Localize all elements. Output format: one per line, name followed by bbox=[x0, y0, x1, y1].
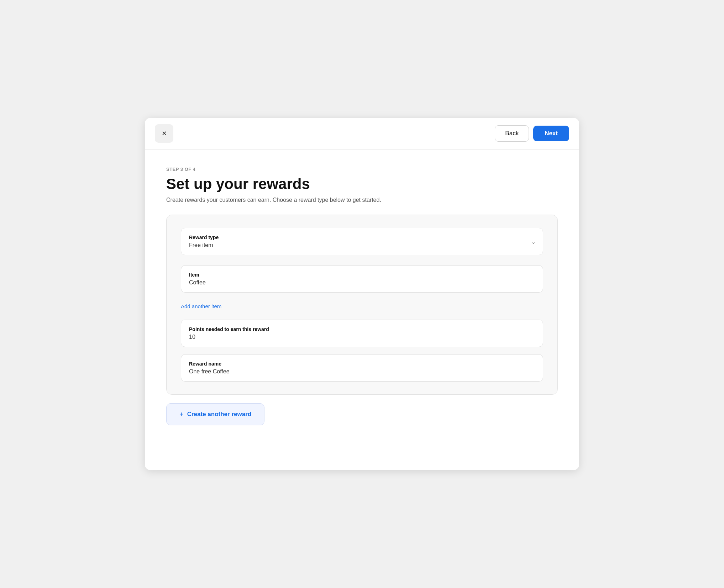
create-another-reward-button[interactable]: + Create another reward bbox=[166, 403, 264, 425]
reward-name-value: One free Coffee bbox=[189, 368, 535, 375]
reward-name-field[interactable]: Reward name One free Coffee bbox=[181, 354, 543, 382]
add-another-item-button[interactable]: Add another item bbox=[181, 303, 221, 309]
close-button[interactable]: ✕ bbox=[155, 124, 173, 143]
item-label: Item bbox=[189, 272, 535, 278]
points-label: Points needed to earn this reward bbox=[189, 326, 535, 332]
reward-type-value: Free item bbox=[189, 242, 535, 248]
main-window: ✕ Back Next STEP 3 OF 4 Set up your rewa… bbox=[145, 118, 579, 470]
page-subtitle: Create rewards your customers can earn. … bbox=[166, 197, 558, 203]
page-title: Set up your rewards bbox=[166, 175, 558, 193]
reward-name-label: Reward name bbox=[189, 361, 535, 367]
step-label: STEP 3 OF 4 bbox=[166, 167, 558, 172]
reward-type-field[interactable]: Reward type Free item ⌄ bbox=[181, 228, 543, 255]
reward-card: Reward type Free item ⌄ Item Coffee Add … bbox=[166, 215, 558, 395]
chevron-down-icon: ⌄ bbox=[531, 238, 536, 245]
page-content: STEP 3 OF 4 Set up your rewards Create r… bbox=[145, 149, 579, 442]
back-button[interactable]: Back bbox=[495, 125, 529, 142]
plus-icon: + bbox=[179, 411, 184, 418]
item-field[interactable]: Item Coffee bbox=[181, 265, 543, 293]
item-section: Item Coffee Add another item bbox=[181, 265, 543, 310]
points-field[interactable]: Points needed to earn this reward 10 bbox=[181, 320, 543, 347]
header-actions: Back Next bbox=[495, 125, 569, 142]
close-icon: ✕ bbox=[162, 130, 167, 137]
create-another-reward-label: Create another reward bbox=[187, 411, 251, 418]
reward-type-label: Reward type bbox=[189, 235, 535, 240]
next-button[interactable]: Next bbox=[533, 126, 569, 141]
header: ✕ Back Next bbox=[145, 118, 579, 149]
item-value: Coffee bbox=[189, 279, 535, 286]
points-value: 10 bbox=[189, 334, 535, 340]
